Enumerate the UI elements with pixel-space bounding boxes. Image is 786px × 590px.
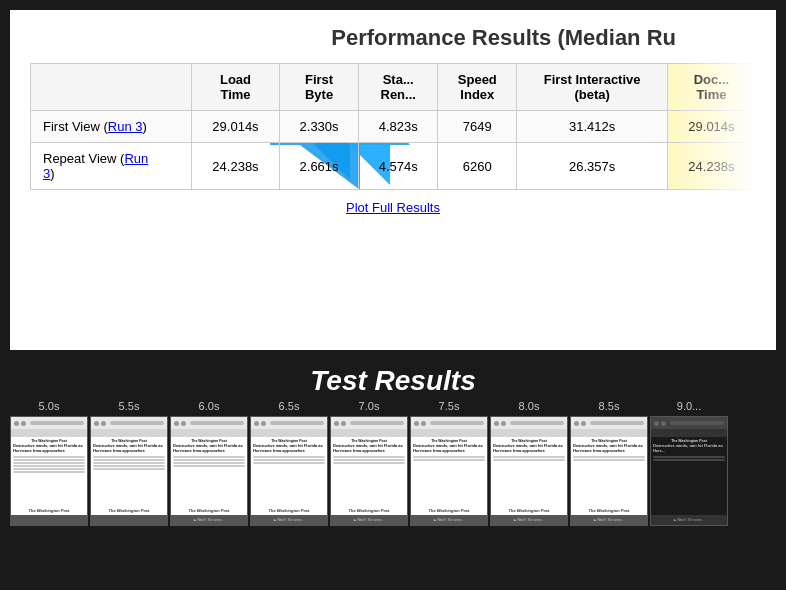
plot-full-results-link[interactable]: Plot Full Results (30, 200, 756, 215)
frame-text-line (573, 459, 645, 461)
frame-header-4 (331, 417, 407, 429)
filmstrip-timestamps: 5.0s 5.5s 6.0s 6.5s 7.0s 7.5s 8.0s 8.5s … (10, 400, 776, 412)
run3-link-first-view[interactable]: Run 3 (108, 119, 143, 134)
frame-logo: The Washington Post (253, 508, 325, 513)
frame-dot (94, 421, 99, 426)
frame-text-line (173, 456, 245, 458)
cell-first-interactive-fv: 31.412s (517, 111, 668, 143)
cell-first-byte-rv: 2.661s (280, 143, 359, 190)
frame-footer-7: ▶ Watch: The scene... (571, 515, 647, 525)
timestamp-7: 8.5s (570, 400, 648, 412)
frame-content-4: The Washington Post Destructive winds, r… (331, 437, 407, 515)
timestamp-4: 7.0s (330, 400, 408, 412)
frame-footer-6: ▶ Watch: The scene... (491, 515, 567, 525)
frame-logo: The Washington Post (493, 508, 565, 513)
test-results-section: Test Results (0, 360, 786, 395)
frame-text-lines (253, 456, 325, 464)
cell-first-byte-fv: 2.330s (280, 111, 359, 143)
frame-text-line (173, 462, 245, 464)
frame-dot (581, 421, 586, 426)
page-title: Performance Results (Median Ru (30, 25, 756, 51)
frame-text-lines (413, 456, 485, 461)
frame-footer-2: ▶ Watch: The scene... (171, 515, 247, 525)
col-header-first-byte: FirstByte (280, 64, 359, 111)
filmstrip-frame-2[interactable]: The Washington Post Destructive winds, r… (170, 416, 248, 526)
results-table: LoadTime FirstByte Sta...Ren... SpeedInd… (30, 63, 756, 190)
frame-logo: The Washington Post (93, 508, 165, 513)
frame-title-bar (571, 429, 647, 437)
frame-header-1 (91, 417, 167, 429)
cell-start-render-fv: 4.823s (359, 111, 438, 143)
frame-dot (654, 421, 659, 426)
frame-headline: Destructive winds, rain hit Florida as H… (413, 444, 485, 454)
frame-text-line (333, 456, 405, 458)
col-header-label (31, 64, 192, 111)
frame-text-line (173, 465, 245, 467)
filmstrip-frame-1[interactable]: The Washington Post Destructive winds, r… (90, 416, 168, 526)
frame-text-line (333, 462, 405, 464)
col-header-first-interactive: First Interactive(beta) (517, 64, 668, 111)
frame-dot (21, 421, 26, 426)
timestamp-1: 5.5s (90, 400, 168, 412)
frame-title-bar (411, 429, 487, 437)
filmstrip-frame-3[interactable]: The Washington Post Destructive winds, r… (250, 416, 328, 526)
table-row: Repeat View (Run3) 24.238s 2.661s 4.574s… (31, 143, 756, 190)
frame-text-line (173, 459, 245, 461)
frame-text-lines (173, 456, 245, 467)
frame-dot (254, 421, 259, 426)
frame-text-line (13, 456, 85, 458)
frame-logo: The Washington Post (333, 508, 405, 513)
frame-header-5 (411, 417, 487, 429)
frame-text-line (13, 462, 85, 464)
frame-footer-1 (91, 515, 167, 525)
filmstrip-section: 5.0s 5.5s 6.0s 6.5s 7.0s 7.5s 8.0s 8.5s … (0, 395, 786, 534)
timestamp-2: 6.0s (170, 400, 248, 412)
frame-title-bar-dark (651, 429, 727, 437)
frame-dot (261, 421, 266, 426)
frame-title-bar (491, 429, 567, 437)
frame-text-line (333, 459, 405, 461)
frame-text-lines (333, 456, 405, 464)
filmstrip-frame-4[interactable]: The Washington Post Destructive winds, r… (330, 416, 408, 526)
frame-text-line (413, 459, 485, 461)
filmstrip-frame-8[interactable]: The Washington Post Destructive winds, r… (650, 416, 728, 526)
frame-header-3 (251, 417, 327, 429)
frame-text-line (93, 465, 165, 467)
test-results-label: Test Results (10, 365, 776, 395)
timestamp-3: 6.5s (250, 400, 328, 412)
row-label-repeat-view: Repeat View (Run3) (31, 143, 192, 190)
frame-text-line (93, 468, 165, 470)
frame-text-lines (13, 456, 85, 473)
results-table-wrapper: LoadTime FirstByte Sta...Ren... SpeedInd… (30, 63, 756, 190)
frame-dot (421, 421, 426, 426)
filmstrip-frame-0[interactable]: The Washington Post Destructive winds, r… (10, 416, 88, 526)
frame-dot (334, 421, 339, 426)
frame-dot (501, 421, 506, 426)
table-row: First View (Run 3) 29.014s 2.330s 4.823s… (31, 111, 756, 143)
frame-headline: Destructive winds, rain hit Florida as H… (93, 444, 165, 454)
frame-text-line (253, 456, 325, 458)
frame-dot (101, 421, 106, 426)
cell-doc-time-rv: 24.238s (667, 143, 755, 190)
frame-text-line (13, 465, 85, 467)
frame-header-2 (171, 417, 247, 429)
frame-headline: Destructive winds, rain hit Florida as H… (493, 444, 565, 454)
frame-header-0 (11, 417, 87, 429)
cell-start-render-rv: 4.574s (359, 143, 438, 190)
frame-content-0: The Washington Post Destructive winds, r… (11, 437, 87, 515)
frame-text-line (573, 456, 645, 458)
frame-text-line (93, 459, 165, 461)
filmstrip-frame-6[interactable]: The Washington Post Destructive winds, r… (490, 416, 568, 526)
filmstrip-frame-7[interactable]: The Washington Post Destructive winds, r… (570, 416, 648, 526)
frame-text-line (493, 459, 565, 461)
frame-text-line (93, 456, 165, 458)
timestamp-5: 7.5s (410, 400, 488, 412)
frame-text-line (493, 456, 565, 458)
frame-content-7: The Washington Post Destructive winds, r… (571, 437, 647, 515)
filmstrip-frame-5[interactable]: The Washington Post Destructive winds, r… (410, 416, 488, 526)
frame-dot (174, 421, 179, 426)
run3-link-repeat-view[interactable]: Run3 (43, 151, 148, 181)
frame-content-2: The Washington Post Destructive winds, r… (171, 437, 247, 515)
col-header-speed-index: SpeedIndex (438, 64, 517, 111)
frame-text-line (13, 471, 85, 473)
